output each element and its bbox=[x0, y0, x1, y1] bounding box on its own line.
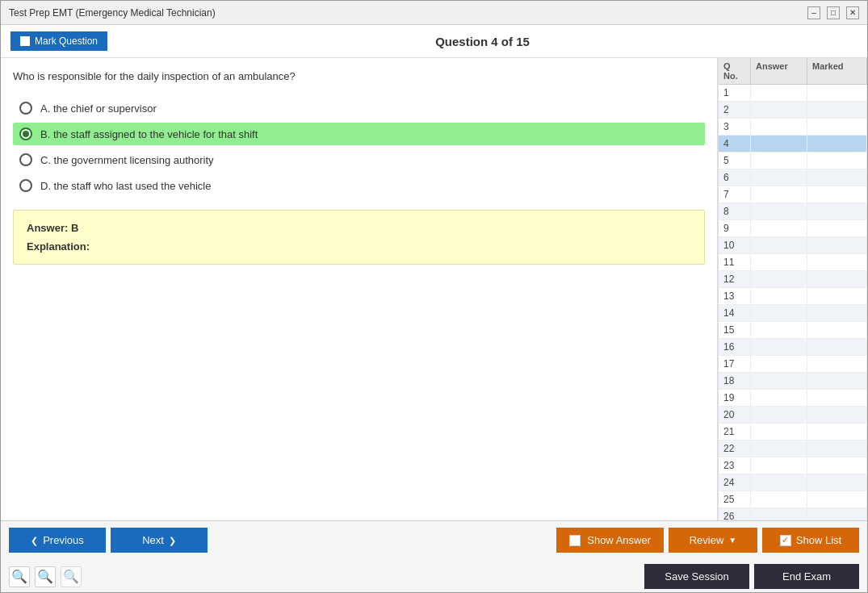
chevron-left-icon bbox=[31, 534, 38, 546]
sidebar-cell-answer bbox=[751, 288, 807, 304]
sidebar-cell-marked bbox=[807, 237, 867, 253]
zoom-reset-button[interactable]: 🔍 bbox=[35, 566, 56, 587]
close-button[interactable]: ✕ bbox=[846, 6, 859, 19]
sidebar-row-21[interactable]: 21 bbox=[719, 424, 867, 441]
answer-box: Answer: B Explanation: bbox=[13, 210, 705, 265]
question-panel: Who is responsible for the daily inspect… bbox=[1, 58, 718, 520]
option-C-text: C. the government licensing authority bbox=[40, 154, 214, 166]
sidebar-cell-marked bbox=[807, 407, 867, 423]
mark-question-button[interactable]: Mark Question bbox=[10, 31, 107, 51]
sidebar-row-24[interactable]: 24 bbox=[719, 474, 867, 491]
sidebar-row-16[interactable]: 16 bbox=[719, 339, 867, 356]
sidebar-row-26[interactable]: 26 bbox=[719, 508, 867, 520]
bottom-extra: 🔍 🔍 🔍 Save Session End Exam bbox=[1, 559, 867, 593]
question-list-sidebar: Q No. Answer Marked 1 2 3 4 5 6 7 bbox=[718, 58, 867, 520]
sidebar-cell-marked bbox=[807, 203, 867, 219]
sidebar-cell-num: 25 bbox=[719, 491, 751, 507]
sidebar-cell-num: 26 bbox=[719, 508, 751, 520]
sidebar-cell-answer bbox=[751, 356, 807, 372]
radio-A bbox=[19, 102, 32, 115]
sidebar-cell-num: 20 bbox=[719, 407, 751, 423]
sidebar-cell-marked bbox=[807, 457, 867, 474]
sidebar-cell-answer bbox=[751, 220, 807, 236]
sidebar-cell-num: 13 bbox=[719, 288, 751, 304]
sidebar-cell-num: 3 bbox=[719, 119, 751, 135]
sidebar-cell-marked bbox=[807, 152, 867, 169]
zoom-in-button[interactable]: 🔍 bbox=[9, 566, 30, 587]
save-session-button[interactable]: Save Session bbox=[644, 564, 749, 589]
radio-D bbox=[19, 179, 32, 192]
option-C[interactable]: C. the government licensing authority bbox=[13, 148, 705, 171]
option-D[interactable]: D. the staff who last used the vehicle bbox=[13, 174, 705, 197]
sidebar-row-19[interactable]: 19 bbox=[719, 390, 867, 407]
show-answer-button[interactable]: Show Answer bbox=[556, 528, 664, 553]
review-button[interactable]: Review ▼ bbox=[669, 528, 757, 553]
bottom-buttons: Previous Next Show Answer Review ▼ ✓ Sho… bbox=[1, 521, 867, 559]
mark-checkbox-icon bbox=[20, 36, 30, 46]
sidebar-cell-marked bbox=[807, 491, 867, 507]
sidebar-row-4[interactable]: 4 bbox=[719, 136, 867, 152]
maximize-button[interactable]: □ bbox=[827, 6, 840, 19]
sidebar-row-25[interactable]: 25 bbox=[719, 491, 867, 508]
minimize-button[interactable]: – bbox=[807, 6, 820, 19]
sidebar-row-20[interactable]: 20 bbox=[719, 407, 867, 424]
next-label: Next bbox=[142, 534, 164, 546]
radio-C bbox=[19, 153, 32, 166]
previous-button[interactable]: Previous bbox=[9, 528, 106, 553]
show-answer-checkbox-icon bbox=[569, 535, 581, 546]
sidebar-row-1[interactable]: 1 bbox=[719, 85, 867, 102]
sidebar-cell-num: 24 bbox=[719, 474, 751, 491]
show-list-button[interactable]: ✓ Show List bbox=[762, 528, 859, 553]
sidebar-row-3[interactable]: 3 bbox=[719, 119, 867, 136]
sidebar-row-7[interactable]: 7 bbox=[719, 186, 867, 203]
explanation-label: Explanation: bbox=[27, 240, 691, 253]
sidebar-cell-marked bbox=[807, 373, 867, 389]
sidebar-cell-answer bbox=[751, 169, 807, 186]
sidebar-row-15[interactable]: 15 bbox=[719, 322, 867, 339]
next-button[interactable]: Next bbox=[111, 528, 208, 553]
option-B[interactable]: B. the staff assigned to the vehicle for… bbox=[13, 123, 705, 145]
sidebar-cell-marked bbox=[807, 169, 867, 186]
sidebar-row-8[interactable]: 8 bbox=[719, 203, 867, 220]
show-answer-label: Show Answer bbox=[587, 534, 651, 546]
sidebar-row-10[interactable]: 10 bbox=[719, 237, 867, 254]
header-answer: Answer bbox=[751, 58, 807, 84]
sidebar-cell-answer bbox=[751, 136, 807, 152]
sidebar-cell-marked bbox=[807, 220, 867, 236]
sidebar-row-22[interactable]: 22 bbox=[719, 441, 867, 457]
sidebar-row-11[interactable]: 11 bbox=[719, 254, 867, 271]
title-bar: Test Prep EMT (Emergency Medical Technic… bbox=[1, 1, 867, 25]
question-text: Who is responsible for the daily inspect… bbox=[13, 70, 705, 82]
sidebar-row-9[interactable]: 9 bbox=[719, 220, 867, 237]
radio-B bbox=[19, 127, 32, 140]
sidebar-row-14[interactable]: 14 bbox=[719, 305, 867, 322]
sidebar-cell-num: 2 bbox=[719, 102, 751, 118]
sidebar-row-18[interactable]: 18 bbox=[719, 373, 867, 390]
end-exam-label: End Exam bbox=[782, 570, 831, 583]
sidebar-row-2[interactable]: 2 bbox=[719, 102, 867, 119]
toolbar: Mark Question Question 4 of 15 bbox=[1, 25, 867, 58]
window-controls: – □ ✕ bbox=[807, 6, 859, 19]
sidebar-row-12[interactable]: 12 bbox=[719, 271, 867, 288]
sidebar-cell-answer bbox=[751, 102, 807, 118]
content-area: Who is responsible for the daily inspect… bbox=[1, 58, 867, 520]
end-exam-button[interactable]: End Exam bbox=[754, 564, 859, 589]
sidebar-cell-num: 22 bbox=[719, 441, 751, 457]
option-A[interactable]: A. the chief or supervisor bbox=[13, 97, 705, 119]
sidebar-row-5[interactable]: 5 bbox=[719, 152, 867, 169]
header-qno: Q No. bbox=[719, 58, 751, 84]
review-label: Review bbox=[690, 534, 724, 546]
sidebar-row-23[interactable]: 23 bbox=[719, 457, 867, 474]
sidebar-cell-num: 11 bbox=[719, 254, 751, 270]
sidebar-row-17[interactable]: 17 bbox=[719, 356, 867, 373]
zoom-out-button[interactable]: 🔍 bbox=[61, 566, 82, 587]
option-A-text: A. the chief or supervisor bbox=[40, 102, 157, 115]
sidebar-row-13[interactable]: 13 bbox=[719, 288, 867, 305]
sidebar-row-6[interactable]: 6 bbox=[719, 169, 867, 186]
sidebar-rows: 1 2 3 4 5 6 7 8 9 10 11 bbox=[719, 85, 867, 520]
sidebar-cell-num: 8 bbox=[719, 203, 751, 219]
sidebar-cell-num: 15 bbox=[719, 322, 751, 338]
sidebar-cell-marked bbox=[807, 390, 867, 406]
sidebar-cell-marked bbox=[807, 119, 867, 135]
main-container: Mark Question Question 4 of 15 Who is re… bbox=[1, 25, 867, 593]
